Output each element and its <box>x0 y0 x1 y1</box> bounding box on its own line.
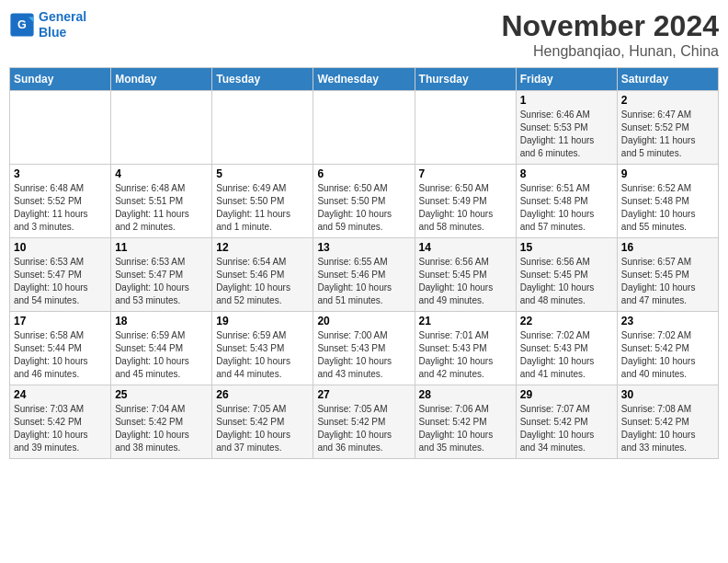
day-info: Sunrise: 6:56 AMSunset: 5:45 PMDaylight:… <box>520 256 613 307</box>
day-info: Sunrise: 7:03 AMSunset: 5:42 PMDaylight:… <box>14 403 107 454</box>
calendar-cell: 26Sunrise: 7:05 AMSunset: 5:42 PMDayligh… <box>212 385 313 459</box>
calendar-week-row: 17Sunrise: 6:58 AMSunset: 5:44 PMDayligh… <box>10 312 719 385</box>
day-info: Sunrise: 6:51 AMSunset: 5:48 PMDaylight:… <box>520 182 613 234</box>
day-of-week-header: Wednesday <box>313 68 415 91</box>
day-number: 20 <box>317 315 410 327</box>
day-info: Sunrise: 6:50 AMSunset: 5:50 PMDaylight:… <box>317 182 410 234</box>
day-info: Sunrise: 7:01 AMSunset: 5:43 PMDaylight:… <box>419 329 512 381</box>
calendar-week-row: 10Sunrise: 6:53 AMSunset: 5:47 PMDayligh… <box>10 238 719 312</box>
day-info: Sunrise: 6:59 AMSunset: 5:44 PMDaylight:… <box>115 329 208 381</box>
calendar-cell: 12Sunrise: 6:54 AMSunset: 5:46 PMDayligh… <box>212 238 313 312</box>
calendar-cell: 2Sunrise: 6:47 AMSunset: 5:52 PMDaylight… <box>617 91 718 165</box>
calendar-cell: 21Sunrise: 7:01 AMSunset: 5:43 PMDayligh… <box>415 312 516 385</box>
day-number: 8 <box>520 167 613 180</box>
day-number: 3 <box>14 167 107 180</box>
day-number: 23 <box>621 315 714 327</box>
calendar-cell: 23Sunrise: 7:02 AMSunset: 5:42 PMDayligh… <box>617 312 718 385</box>
day-info: Sunrise: 6:48 AMSunset: 5:51 PMDaylight:… <box>115 182 208 234</box>
day-of-week-header: Sunday <box>10 68 111 91</box>
calendar-week-row: 24Sunrise: 7:03 AMSunset: 5:42 PMDayligh… <box>10 385 719 459</box>
day-number: 26 <box>216 388 309 401</box>
calendar-cell: 8Sunrise: 6:51 AMSunset: 5:48 PMDaylight… <box>516 165 617 238</box>
day-of-week-header: Monday <box>111 68 212 91</box>
calendar-cell: 29Sunrise: 7:07 AMSunset: 5:42 PMDayligh… <box>516 385 617 459</box>
calendar-cell: 6Sunrise: 6:50 AMSunset: 5:50 PMDaylight… <box>313 165 415 238</box>
day-info: Sunrise: 6:48 AMSunset: 5:52 PMDaylight:… <box>14 182 107 234</box>
day-number: 28 <box>419 388 512 401</box>
day-number: 16 <box>621 241 714 254</box>
day-info: Sunrise: 6:57 AMSunset: 5:45 PMDaylight:… <box>621 256 714 307</box>
day-number: 25 <box>115 388 208 401</box>
logo-line1: General <box>39 9 86 24</box>
day-number: 15 <box>520 241 613 254</box>
calendar-cell: 11Sunrise: 6:53 AMSunset: 5:47 PMDayligh… <box>111 238 212 312</box>
calendar-cell: 4Sunrise: 6:48 AMSunset: 5:51 PMDaylight… <box>111 165 212 238</box>
day-number: 22 <box>520 315 613 327</box>
day-number: 18 <box>115 315 208 327</box>
calendar-cell <box>212 91 313 165</box>
days-header-row: SundayMondayTuesdayWednesdayThursdayFrid… <box>10 68 719 91</box>
calendar-cell: 28Sunrise: 7:06 AMSunset: 5:42 PMDayligh… <box>415 385 516 459</box>
calendar-body: 1Sunrise: 6:46 AMSunset: 5:53 PMDaylight… <box>10 91 719 459</box>
calendar-cell <box>313 91 415 165</box>
day-info: Sunrise: 7:02 AMSunset: 5:43 PMDaylight:… <box>520 329 613 381</box>
day-number: 12 <box>216 241 309 254</box>
calendar-cell: 10Sunrise: 6:53 AMSunset: 5:47 PMDayligh… <box>10 238 111 312</box>
day-info: Sunrise: 6:53 AMSunset: 5:47 PMDaylight:… <box>115 256 208 307</box>
day-of-week-header: Saturday <box>617 68 718 91</box>
day-info: Sunrise: 7:05 AMSunset: 5:42 PMDaylight:… <box>216 403 309 454</box>
calendar-cell: 24Sunrise: 7:03 AMSunset: 5:42 PMDayligh… <box>10 385 111 459</box>
calendar-cell: 9Sunrise: 6:52 AMSunset: 5:48 PMDaylight… <box>617 165 718 238</box>
day-number: 21 <box>419 315 512 327</box>
day-number: 24 <box>14 388 107 401</box>
day-info: Sunrise: 6:54 AMSunset: 5:46 PMDaylight:… <box>216 256 309 307</box>
day-info: Sunrise: 6:53 AMSunset: 5:47 PMDaylight:… <box>14 256 107 307</box>
calendar-cell: 17Sunrise: 6:58 AMSunset: 5:44 PMDayligh… <box>10 312 111 385</box>
calendar-cell: 27Sunrise: 7:05 AMSunset: 5:42 PMDayligh… <box>313 385 415 459</box>
day-info: Sunrise: 7:04 AMSunset: 5:42 PMDaylight:… <box>115 403 208 454</box>
logo-line2: Blue <box>39 25 66 40</box>
day-number: 27 <box>317 388 410 401</box>
day-info: Sunrise: 7:00 AMSunset: 5:43 PMDaylight:… <box>317 329 410 381</box>
page-header: G General Blue November 2024 Hengbanqiao… <box>9 9 719 60</box>
day-info: Sunrise: 7:08 AMSunset: 5:42 PMDaylight:… <box>621 403 714 454</box>
day-info: Sunrise: 6:50 AMSunset: 5:49 PMDaylight:… <box>419 182 512 234</box>
calendar-cell: 1Sunrise: 6:46 AMSunset: 5:53 PMDaylight… <box>516 91 617 165</box>
day-number: 10 <box>14 241 107 254</box>
calendar-cell: 19Sunrise: 6:59 AMSunset: 5:43 PMDayligh… <box>212 312 313 385</box>
day-number: 30 <box>621 388 714 401</box>
day-info: Sunrise: 6:52 AMSunset: 5:48 PMDaylight:… <box>621 182 714 234</box>
day-info: Sunrise: 7:06 AMSunset: 5:42 PMDaylight:… <box>419 403 512 454</box>
calendar-cell: 15Sunrise: 6:56 AMSunset: 5:45 PMDayligh… <box>516 238 617 312</box>
day-number: 4 <box>115 167 208 180</box>
day-info: Sunrise: 7:02 AMSunset: 5:42 PMDaylight:… <box>621 329 714 381</box>
day-info: Sunrise: 6:59 AMSunset: 5:43 PMDaylight:… <box>216 329 309 381</box>
day-of-week-header: Friday <box>516 68 617 91</box>
day-number: 9 <box>621 167 714 180</box>
calendar-cell: 25Sunrise: 7:04 AMSunset: 5:42 PMDayligh… <box>111 385 212 459</box>
calendar-cell: 5Sunrise: 6:49 AMSunset: 5:50 PMDaylight… <box>212 165 313 238</box>
day-info: Sunrise: 6:58 AMSunset: 5:44 PMDaylight:… <box>14 329 107 381</box>
title-block: November 2024 Hengbanqiao, Hunan, China <box>501 9 719 60</box>
calendar-subtitle: Hengbanqiao, Hunan, China <box>501 43 719 60</box>
day-info: Sunrise: 7:07 AMSunset: 5:42 PMDaylight:… <box>520 403 613 454</box>
calendar-cell: 20Sunrise: 7:00 AMSunset: 5:43 PMDayligh… <box>313 312 415 385</box>
day-info: Sunrise: 6:55 AMSunset: 5:46 PMDaylight:… <box>317 256 410 307</box>
day-number: 6 <box>317 167 410 180</box>
day-number: 14 <box>419 241 512 254</box>
day-number: 29 <box>520 388 613 401</box>
calendar-cell: 14Sunrise: 6:56 AMSunset: 5:45 PMDayligh… <box>415 238 516 312</box>
day-info: Sunrise: 6:47 AMSunset: 5:52 PMDaylight:… <box>621 109 714 160</box>
day-number: 5 <box>216 167 309 180</box>
calendar-cell <box>415 91 516 165</box>
calendar-table: SundayMondayTuesdayWednesdayThursdayFrid… <box>9 67 719 459</box>
calendar-cell: 18Sunrise: 6:59 AMSunset: 5:44 PMDayligh… <box>111 312 212 385</box>
day-number: 17 <box>14 315 107 327</box>
day-info: Sunrise: 6:49 AMSunset: 5:50 PMDaylight:… <box>216 182 309 234</box>
logo-text: General Blue <box>39 9 86 40</box>
calendar-cell <box>111 91 212 165</box>
calendar-title: November 2024 <box>501 9 719 43</box>
day-info: Sunrise: 6:46 AMSunset: 5:53 PMDaylight:… <box>520 109 613 160</box>
day-info: Sunrise: 7:05 AMSunset: 5:42 PMDaylight:… <box>317 403 410 454</box>
calendar-week-row: 1Sunrise: 6:46 AMSunset: 5:53 PMDaylight… <box>10 91 719 165</box>
